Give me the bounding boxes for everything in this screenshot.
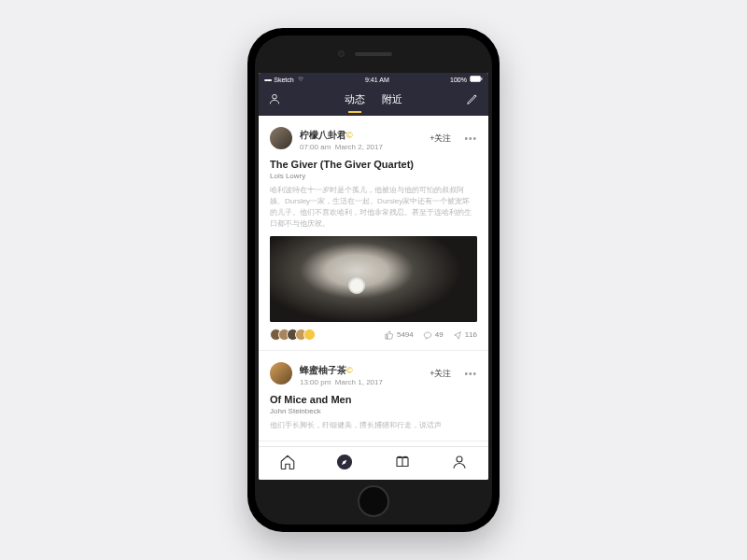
nav-profile-icon[interactable] — [451, 454, 468, 474]
post-body: 他们手长脚长，纤细健美，擅长捕猎和行走，说话声 — [270, 420, 477, 431]
status-bar: ••••• Sketch 9:41 AM 100% — [259, 73, 488, 86]
compose-icon[interactable] — [466, 92, 479, 109]
post-body: 哈利波特在十一岁时是个孤儿，他被迫与他的可怕的叔叔阿姨、Dursley一家，生活… — [270, 185, 477, 230]
top-nav: 动态 附近 — [259, 86, 488, 116]
feed: 柠檬八卦君© 07:00 am March 2, 2017 +关注 ••• Th… — [259, 116, 488, 446]
liker-avatars[interactable] — [270, 329, 316, 341]
battery-label: 100% — [450, 77, 467, 83]
screen: ••••• Sketch 9:41 AM 100% — [259, 73, 488, 480]
clock-label: 9:41 AM — [365, 77, 389, 83]
timestamp: 13:00 pm March 1, 2017 — [300, 378, 422, 386]
post-image[interactable] — [270, 236, 477, 322]
avatar[interactable] — [270, 362, 292, 385]
phone-frame: ••••• Sketch 9:41 AM 100% — [247, 28, 500, 532]
follow-button[interactable]: +关注 — [430, 368, 451, 380]
verified-badge-icon: © — [346, 131, 353, 140]
post-title: Of Mice and Men — [270, 394, 477, 405]
more-icon[interactable]: ••• — [464, 369, 477, 379]
carrier-label: Sketch — [274, 77, 293, 83]
wifi-icon — [297, 76, 304, 84]
post-author: John Steinbeck — [270, 407, 477, 415]
post-author: Lois Lowry — [270, 172, 477, 180]
svg-point-4 — [457, 456, 462, 462]
tab-nearby[interactable]: 附近 — [382, 92, 402, 109]
svg-rect-0 — [471, 77, 481, 82]
svg-point-2 — [273, 94, 277, 99]
tab-feed[interactable]: 动态 — [345, 92, 365, 109]
post-title: The Giver (The Giver Quartet) — [270, 159, 477, 170]
nav-library-icon[interactable] — [394, 454, 411, 474]
svg-rect-1 — [481, 77, 482, 79]
comment-button[interactable]: 49 — [423, 330, 444, 340]
more-icon[interactable]: ••• — [464, 133, 477, 144]
username[interactable]: 柠檬八卦君 — [300, 130, 346, 140]
nav-explore-icon[interactable] — [336, 454, 353, 474]
verified-badge-icon: © — [346, 366, 353, 375]
profile-icon[interactable] — [268, 92, 281, 109]
nav-home-icon[interactable] — [279, 454, 296, 474]
bottom-nav — [259, 446, 488, 480]
home-button[interactable] — [358, 485, 389, 517]
username[interactable]: 蜂蜜柚子茶 — [300, 365, 346, 375]
post-card: 柠檬八卦君© 07:00 am March 2, 2017 +关注 ••• Th… — [259, 116, 488, 351]
avatar[interactable] — [270, 127, 292, 149]
timestamp: 07:00 am March 2, 2017 — [300, 143, 422, 151]
speaker-grille — [355, 52, 392, 56]
follow-button[interactable]: +关注 — [430, 133, 451, 145]
share-button[interactable]: 116 — [453, 330, 477, 340]
phone-bezel: ••••• Sketch 9:41 AM 100% — [255, 35, 492, 525]
like-button[interactable]: 5494 — [385, 330, 414, 340]
signal-dots-icon: ••••• — [264, 77, 271, 83]
battery-icon — [470, 76, 483, 83]
front-camera — [338, 50, 345, 57]
post-card: 蜂蜜柚子茶© 13:00 pm March 1, 2017 +关注 ••• Of… — [259, 351, 488, 441]
